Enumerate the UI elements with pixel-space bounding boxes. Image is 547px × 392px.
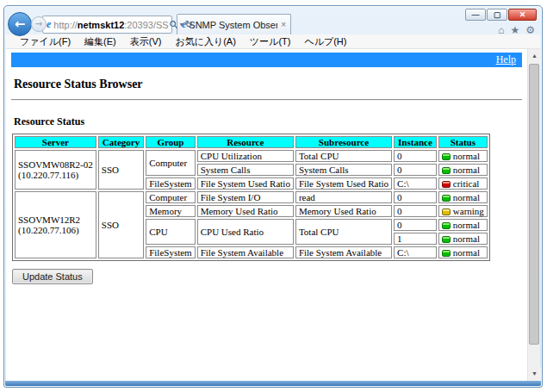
menu-bar: ファイル(F) 編集(E) 表示(V) お気に入り(A) ツール(T) ヘルプ(… xyxy=(6,34,540,49)
help-link[interactable]: Help xyxy=(496,53,516,66)
subresource-cell: Memory Used Ratio xyxy=(295,205,392,217)
url-prefix: http:// xyxy=(53,20,78,30)
menu-help[interactable]: ヘルプ(H) xyxy=(297,35,353,48)
url-path: :20393/SS xyxy=(124,20,168,30)
vertical-scrollbar[interactable]: ▲ ▼ xyxy=(527,49,540,381)
address-dropdown-icon[interactable]: ▾ xyxy=(180,21,183,28)
status-critical-icon xyxy=(442,181,451,188)
instance-cell: C:\ xyxy=(394,246,437,258)
maximize-button[interactable]: ▢ xyxy=(487,9,507,21)
resource-cell: File System Used Ratio xyxy=(197,177,294,190)
server-name: SSOVMW12R2 xyxy=(18,215,93,225)
status-label: warning xyxy=(453,206,484,216)
resource-cell: CPU Utilization xyxy=(197,150,294,162)
col-header-instance: Instance xyxy=(394,136,437,148)
status-label: normal xyxy=(453,151,480,161)
col-header-resource: Resource xyxy=(197,136,294,148)
status-normal-icon xyxy=(442,250,451,257)
scroll-up-icon[interactable]: ▲ xyxy=(528,49,541,63)
server-cell: SSOVMW12R2 (10.220.77.106) xyxy=(15,191,96,258)
tab-close-icon[interactable]: × xyxy=(281,20,286,29)
search-icon[interactable] xyxy=(169,20,178,29)
page-title: Resource Status Browser xyxy=(14,78,527,91)
table-row: SSOVMW08R2-02 (10.220.77.116) SSO Comput… xyxy=(15,150,488,162)
subresource-cell: Total CPU xyxy=(295,150,392,162)
status-normal-icon xyxy=(442,167,451,174)
group-cell: Memory xyxy=(146,205,196,217)
section-title: Resource Status xyxy=(14,115,527,128)
group-cell: Computer xyxy=(146,150,196,176)
status-normal-icon xyxy=(442,153,451,160)
menu-edit[interactable]: 編集(E) xyxy=(78,35,123,48)
status-label: normal xyxy=(453,192,480,202)
page-content: Help Resource Status Browser Resource St… xyxy=(6,49,527,381)
server-name: SSOVMW08R2-02 xyxy=(18,159,93,170)
col-header-status: Status xyxy=(438,136,488,148)
status-label: normal xyxy=(453,220,480,230)
address-bar[interactable]: e http://netmskt12:20393/SS ▾ ↻ xyxy=(42,16,172,34)
category-cell: SSO xyxy=(98,191,144,258)
instance-cell: 1 xyxy=(394,233,437,245)
resource-cell: Memory Used Ratio xyxy=(197,205,294,217)
divider xyxy=(11,99,522,101)
status-warning-icon xyxy=(442,208,451,215)
url-domain: netmskt12 xyxy=(78,20,124,30)
status-cell: critical xyxy=(438,177,488,190)
resource-status-table: Server Category Group Resource Subresour… xyxy=(12,134,490,261)
status-cell: normal xyxy=(438,219,488,231)
refresh-icon[interactable]: ↻ xyxy=(185,19,193,30)
menu-favorites[interactable]: お気に入り(A) xyxy=(168,35,242,48)
status-label: normal xyxy=(453,233,480,244)
tab-title: SNMP System Observer... xyxy=(189,20,277,30)
resource-cell: System Calls xyxy=(197,164,294,176)
menu-tools[interactable]: ツール(T) xyxy=(243,35,298,48)
scroll-down-icon[interactable]: ▼ xyxy=(528,367,541,381)
status-label: normal xyxy=(453,247,480,258)
update-status-button[interactable]: Update Status xyxy=(12,269,93,284)
menu-file[interactable]: ファイル(F) xyxy=(13,35,78,48)
scrollbar-thumb[interactable] xyxy=(529,64,539,345)
status-cell: normal xyxy=(438,191,488,203)
instance-cell: 0 xyxy=(394,205,437,217)
group-cell: CPU xyxy=(146,219,196,245)
subresource-cell: File System Used Ratio xyxy=(295,177,392,190)
minimize-button[interactable]: — xyxy=(465,9,486,21)
server-ip: (10.220.77.106) xyxy=(18,225,93,235)
status-cell: normal xyxy=(438,150,488,162)
resource-cell: File System Available xyxy=(197,246,294,258)
col-header-group: Group xyxy=(146,136,196,148)
instance-cell: 0 xyxy=(394,191,437,203)
browser-window: — ▢ ✕ ← → e http://netmskt12:20393/SS ▾ … xyxy=(3,5,543,388)
menu-view[interactable]: 表示(V) xyxy=(123,35,169,48)
category-cell: SSO xyxy=(98,150,144,190)
close-button[interactable]: ✕ xyxy=(508,9,537,21)
group-cell: FileSystem xyxy=(146,177,196,190)
subresource-cell: System Calls xyxy=(295,164,392,176)
table-row: SSOVMW12R2 (10.220.77.106) SSO Computer … xyxy=(15,191,488,203)
table-header-row: Server Category Group Resource Subresour… xyxy=(15,136,488,148)
col-header-category: Category xyxy=(98,136,144,148)
browser-tab[interactable]: e SNMP System Observer... × xyxy=(177,14,291,34)
back-button[interactable]: ← xyxy=(8,12,32,36)
status-label: normal xyxy=(453,165,480,175)
subresource-cell: File System Available xyxy=(295,246,392,258)
ie-page-icon: e xyxy=(47,18,51,31)
instance-cell: 0 xyxy=(394,150,437,162)
forward-button[interactable]: → xyxy=(31,16,47,32)
instance-cell: C:\ xyxy=(394,177,437,190)
resource-cell: CPU Used Ratio xyxy=(197,219,294,245)
group-cell: Computer xyxy=(146,191,196,203)
status-cell: normal xyxy=(438,233,488,245)
status-normal-icon xyxy=(442,236,451,243)
server-ip: (10.220.77.116) xyxy=(18,170,93,180)
page-viewport: Help Resource Status Browser Resource St… xyxy=(6,49,540,381)
instance-cell: 0 xyxy=(394,164,437,176)
window-controls: — ▢ ✕ xyxy=(465,9,537,21)
instance-cell: 0 xyxy=(394,219,437,231)
window-frame-bottom xyxy=(5,381,541,386)
resource-cell: File System I/O xyxy=(197,191,294,203)
status-cell: warning xyxy=(438,205,488,217)
help-banner: Help xyxy=(11,53,522,67)
group-cell: FileSystem xyxy=(146,246,196,258)
status-normal-icon xyxy=(442,195,451,202)
